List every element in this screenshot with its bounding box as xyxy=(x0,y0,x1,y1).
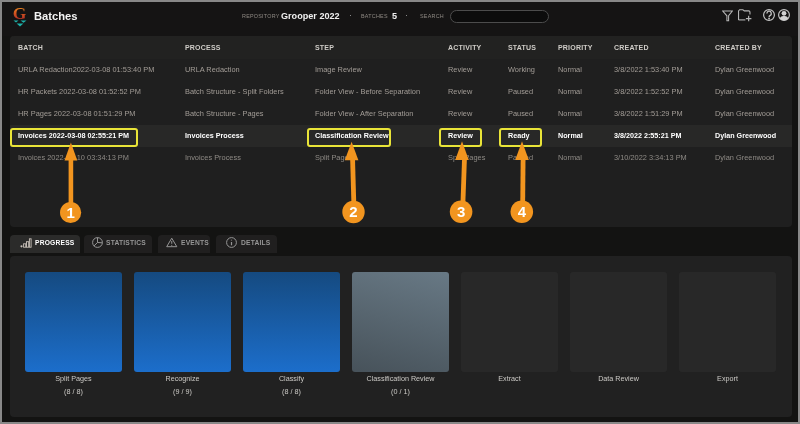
svg-text:2: 2 xyxy=(349,203,357,220)
svg-text:3: 3 xyxy=(457,203,465,220)
svg-text:4: 4 xyxy=(518,203,527,220)
svg-text:1: 1 xyxy=(66,204,74,221)
